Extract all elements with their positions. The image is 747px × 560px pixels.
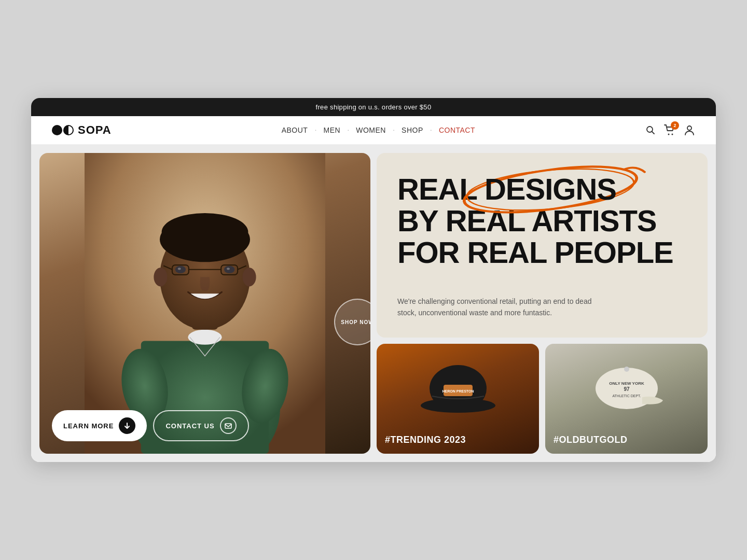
svg-point-30 [421, 398, 495, 413]
svg-point-18 [224, 266, 234, 274]
svg-point-4 [687, 126, 691, 130]
svg-point-19 [227, 268, 230, 270]
nav-link-contact[interactable]: CONTACT [435, 124, 479, 136]
nav-link-shop[interactable]: SHOP [397, 124, 427, 136]
nav-separator-4: • [431, 129, 432, 132]
nav-links: ABOUT • MEN • WOMEN • SHOP • CONTACT [278, 124, 479, 136]
main-content: SHOP NOW LEARN MORE CONTACT US [31, 145, 716, 462]
oldbutgold-hat-visual: ONLY NEW YORK 97 ATHLETIC DEPT. [545, 349, 708, 433]
announcement-text: free shipping on u.s. orders over $50 [316, 103, 432, 111]
arrow-down-icon [123, 422, 131, 429]
svg-point-2 [668, 134, 669, 135]
learn-more-label: LEARN MORE [63, 422, 114, 430]
shop-now-label: SHOP NOW [341, 319, 370, 325]
logo-icon [52, 125, 74, 135]
hero-bottom-buttons: LEARN MORE CONTACT US [52, 410, 358, 441]
svg-line-1 [652, 132, 654, 134]
nav-item-contact[interactable]: CONTACT [435, 124, 479, 136]
trending-hat-visual: HERON PRESTON [377, 349, 539, 433]
headline-designs-text: DESIGNS [485, 172, 616, 206]
headline-line3: FOR REAL PEOPLE [397, 237, 687, 269]
trending-card[interactable]: HERON PRESTON #TRENDING 2023 [377, 344, 539, 454]
cap-hat-svg: ONLY NEW YORK 97 ATHLETIC DEPT. [585, 360, 668, 422]
nav-item-about[interactable]: ABOUT [278, 124, 312, 136]
email-icon [225, 422, 232, 429]
svg-text:97: 97 [624, 386, 630, 392]
svg-rect-27 [225, 424, 231, 428]
svg-point-3 [671, 134, 673, 135]
svg-text:HERON PRESTON: HERON PRESTON [442, 389, 474, 393]
svg-point-13 [160, 217, 250, 262]
cart-badge: 2 [671, 121, 679, 130]
account-button[interactable] [684, 124, 695, 136]
learn-more-button[interactable]: LEARN MORE [52, 410, 147, 441]
logo-circle-half [63, 125, 74, 135]
nav-link-men[interactable]: MEN [320, 124, 345, 136]
hero-headline: REAL DESIGNS BY REAL ARTISTS FOR REAL PE… [397, 174, 687, 269]
cart-button[interactable]: 2 [664, 124, 675, 136]
contact-us-icon [220, 417, 237, 434]
bucket-hat-svg: HERON PRESTON [417, 360, 500, 422]
hero-headline-container: REAL DESIGNS BY REAL ARTISTS FOR REAL PE… [397, 174, 687, 269]
hero-text-panel: REAL DESIGNS BY REAL ARTISTS FOR REAL PE… [377, 153, 708, 338]
contact-us-label: CONTACT US [165, 422, 214, 430]
nav-link-women[interactable]: WOMEN [352, 124, 390, 136]
svg-text:ATHLETIC DEPT.: ATHLETIC DEPT. [612, 394, 641, 398]
nav-item-men[interactable]: MEN [320, 124, 345, 136]
browser-window: free shipping on u.s. orders over $50 SO… [31, 98, 716, 462]
svg-point-15 [175, 266, 186, 274]
announcement-bar: free shipping on u.s. orders over $50 [31, 98, 716, 116]
search-button[interactable] [645, 125, 656, 135]
nav-separator-2: • [348, 129, 349, 132]
nav-item-shop[interactable]: SHOP [397, 124, 427, 136]
hero-image-container: SHOP NOW LEARN MORE CONTACT US [39, 153, 370, 454]
contact-us-button[interactable]: CONTACT US [153, 410, 248, 441]
nav-separator-3: • [393, 129, 394, 132]
svg-text:ONLY NEW YORK: ONLY NEW YORK [609, 381, 644, 386]
hero-person-svg [39, 153, 370, 454]
logo-circle-dark [52, 125, 62, 135]
svg-point-23 [154, 268, 167, 286]
svg-point-34 [624, 367, 629, 372]
headline-line1: REAL DESIGNS [397, 174, 687, 205]
search-icon [645, 125, 656, 135]
user-icon [684, 124, 695, 136]
svg-point-24 [243, 268, 256, 286]
svg-point-16 [178, 268, 181, 270]
hero-description: We're challenging conventional retail, p… [397, 296, 594, 319]
nav-actions: 2 [645, 124, 695, 136]
trending-card-label: #TRENDING 2023 [385, 435, 466, 445]
svg-point-10 [188, 330, 222, 345]
navbar: SOPA ABOUT • MEN • WOMEN • SHOP • CONTAC… [31, 116, 716, 145]
nav-separator-1: • [315, 129, 316, 132]
nav-link-about[interactable]: ABOUT [278, 124, 312, 136]
logo-text: SOPA [78, 123, 112, 137]
learn-more-icon [119, 417, 135, 434]
oldbutgold-card-label: #OLDBUTGOLD [554, 435, 628, 445]
nav-item-women[interactable]: WOMEN [352, 124, 390, 136]
product-cards: HERON PRESTON #TRENDING 2023 [377, 344, 708, 454]
oldbutgold-card[interactable]: ONLY NEW YORK 97 ATHLETIC DEPT. #OLDBUTG… [545, 344, 708, 454]
headline-designs-wrapper: DESIGNS [485, 174, 616, 205]
logo[interactable]: SOPA [52, 123, 112, 137]
